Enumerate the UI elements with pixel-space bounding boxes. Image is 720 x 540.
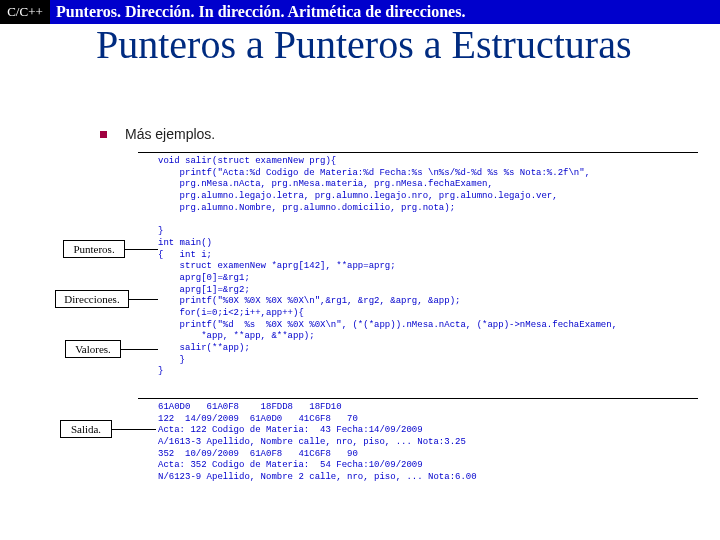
header-tag: C/C++: [0, 0, 50, 24]
label-direcciones-leader: [129, 299, 158, 300]
label-punteros-leader: [125, 249, 158, 250]
rule-mid: [138, 398, 698, 399]
bullet-text: Más ejemplos.: [125, 126, 215, 142]
label-valores-leader: [121, 349, 158, 350]
label-punteros-text: Punteros.: [73, 243, 114, 255]
label-valores: Valores.: [65, 340, 121, 358]
code-block-2: 61A0D0 61A0F8 18FDD8 18FD10 122 14/09/20…: [158, 402, 477, 484]
label-direcciones: Direcciones.: [55, 290, 129, 308]
label-salida-leader: [112, 429, 156, 430]
bullet-square-icon: [100, 131, 107, 138]
header-title: Punteros. Dirección. In dirección. Aritm…: [50, 0, 720, 24]
label-salida: Salida.: [60, 420, 112, 438]
bullet-row: Más ejemplos.: [100, 126, 215, 142]
code-block-1: void salir(struct examenNew prg){ printf…: [158, 156, 617, 378]
label-valores-text: Valores.: [75, 343, 111, 355]
label-direcciones-text: Direcciones.: [64, 293, 119, 305]
slide-title: Punteros a Punteros a Estructuras: [96, 24, 656, 66]
label-salida-text: Salida.: [71, 423, 101, 435]
rule-top: [138, 152, 698, 153]
header-bar: C/C++ Punteros. Dirección. In dirección.…: [0, 0, 720, 24]
label-punteros: Punteros.: [63, 240, 125, 258]
